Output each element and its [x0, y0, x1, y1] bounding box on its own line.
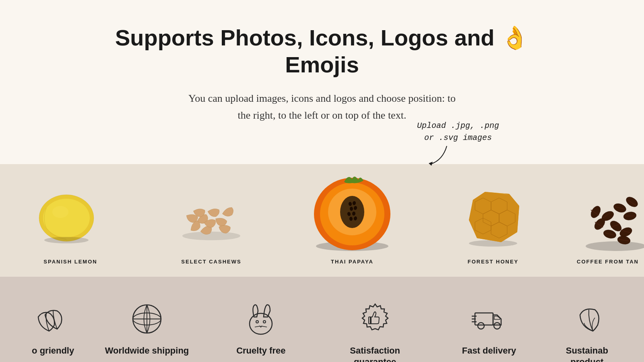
- svg-point-48: [263, 321, 266, 323]
- upload-note-wrapper: Upload .jpg, .png or .svg images: [80, 124, 564, 148]
- cashews-svg: [175, 184, 248, 248]
- svg-point-20: [469, 240, 517, 247]
- product-honey: FOREST HONEY: [423, 180, 564, 265]
- product-cashews: SELECT CASHEWS: [141, 180, 282, 265]
- feature-cruelty-free: Cruelty free: [217, 301, 305, 357]
- svg-point-47: [256, 321, 258, 323]
- feature-delivery-label: Fast delivery: [462, 345, 516, 357]
- feature-eco-label: o griendly: [32, 345, 74, 357]
- product-papaya-label: THAI PAPAYA: [331, 259, 374, 265]
- feature-shipping-label: Worldwide shipping: [105, 345, 189, 357]
- product-lemon-label: SPANISH LEMON: [43, 259, 97, 265]
- svg-line-49: [255, 326, 260, 327]
- emoji: 👌: [501, 25, 529, 50]
- svg-point-36: [624, 195, 640, 209]
- svg-point-21: [586, 241, 644, 251]
- feature-sustainable: Sustainab product: [559, 301, 615, 362]
- leaf2-icon: [569, 301, 605, 337]
- feature-shipping: Worldwide shipping: [103, 301, 191, 357]
- product-coffee-label: COFFEE FROM TAN: [577, 259, 639, 265]
- svg-marker-0: [429, 162, 433, 166]
- upload-note: Upload .jpg, .png or .svg images: [417, 120, 499, 144]
- product-honey-label: FOREST HONEY: [468, 259, 519, 265]
- papaya-svg: [308, 172, 396, 252]
- feature-guarantee: Satisfaction guarantee: [331, 301, 419, 362]
- svg-point-38: [589, 204, 602, 220]
- product-cashews-label: SELECT CASHEWS: [181, 259, 241, 265]
- svg-point-6: [182, 231, 240, 240]
- papaya-image: [308, 172, 396, 252]
- rabbit-icon: [243, 301, 279, 337]
- coffee-image: [568, 180, 644, 252]
- svg-point-53: [478, 323, 484, 329]
- svg-point-54: [494, 323, 500, 329]
- svg-point-5: [44, 237, 89, 243]
- globe-icon: [129, 301, 165, 337]
- main-title: Supports Photos, Icons, Logos and 👌Emoji…: [80, 24, 564, 78]
- feature-sustainable-label: Sustainab product: [559, 345, 615, 362]
- top-section: Supports Photos, Icons, Logos and 👌Emoji…: [0, 0, 644, 164]
- svg-point-46: [250, 313, 272, 334]
- product-lemon: SPANISH LEMON: [0, 180, 141, 265]
- features-section: o griendly Worldwide shipping: [0, 277, 644, 362]
- svg-line-50: [262, 326, 267, 327]
- products-section: SPANISH LEMON: [0, 164, 644, 277]
- svg-rect-52: [475, 313, 493, 325]
- lemon-svg: [38, 188, 103, 244]
- feature-delivery: Fast delivery: [445, 301, 533, 357]
- cashews-image: [175, 180, 248, 252]
- truck-icon: [471, 301, 507, 337]
- feature-guarantee-label: Satisfaction guarantee: [331, 345, 419, 362]
- svg-point-11: [340, 196, 364, 228]
- svg-point-2: [43, 199, 90, 237]
- product-coffee: COFFEE FROM TAN: [564, 180, 644, 265]
- honey-image: [457, 180, 529, 252]
- product-papaya: THAI PAPAYA: [282, 172, 423, 265]
- leaf-icon: [35, 301, 71, 337]
- feature-eco: o griendly: [29, 301, 77, 357]
- feature-cruelty-free-label: Cruelty free: [236, 345, 285, 357]
- arrow-icon: [419, 144, 451, 168]
- svg-point-3: [52, 206, 68, 218]
- honey-svg: [461, 184, 525, 248]
- lemon-image: [34, 180, 107, 252]
- thumbsup-badge-icon: [357, 301, 393, 337]
- subtitle: You can upload images, icons and logos a…: [181, 90, 463, 123]
- coffee-svg: [568, 180, 644, 252]
